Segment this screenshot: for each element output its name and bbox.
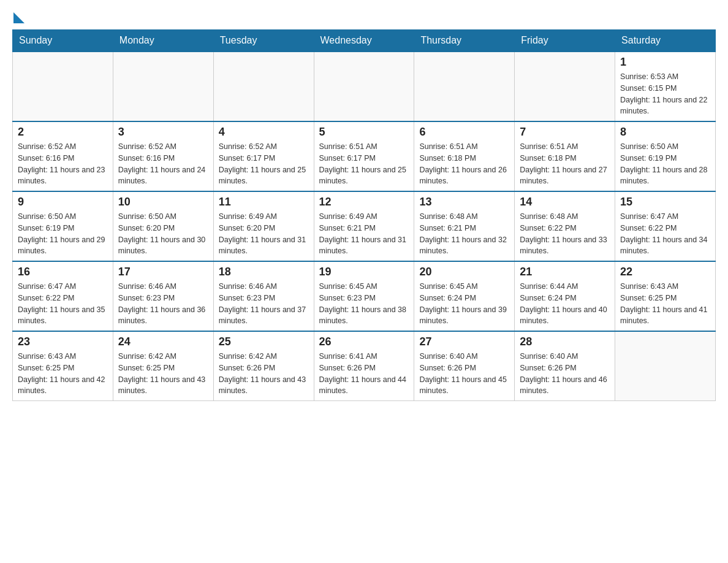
page-header bbox=[12, 12, 716, 23]
header-thursday: Thursday bbox=[414, 30, 515, 52]
calendar-week-1: 2Sunrise: 6:52 AMSunset: 6:16 PMDaylight… bbox=[13, 121, 716, 191]
day-number: 26 bbox=[319, 335, 409, 348]
day-number: 10 bbox=[118, 196, 208, 209]
day-number: 18 bbox=[219, 266, 309, 278]
day-info: Sunrise: 6:45 AMSunset: 6:23 PMDaylight:… bbox=[319, 281, 409, 327]
day-info: Sunrise: 6:51 AMSunset: 6:18 PMDaylight:… bbox=[520, 141, 610, 187]
calendar-cell: 13Sunrise: 6:48 AMSunset: 6:21 PMDayligh… bbox=[414, 191, 515, 261]
header-saturday: Saturday bbox=[615, 30, 716, 52]
day-info: Sunrise: 6:45 AMSunset: 6:24 PMDaylight:… bbox=[419, 281, 509, 327]
day-info: Sunrise: 6:53 AMSunset: 6:15 PMDaylight:… bbox=[620, 71, 710, 117]
day-number: 23 bbox=[18, 335, 108, 348]
calendar-cell: 5Sunrise: 6:51 AMSunset: 6:17 PMDaylight… bbox=[314, 121, 414, 191]
day-info: Sunrise: 6:40 AMSunset: 6:26 PMDaylight:… bbox=[419, 351, 509, 397]
day-number: 17 bbox=[118, 266, 208, 278]
calendar-cell: 22Sunrise: 6:43 AMSunset: 6:25 PMDayligh… bbox=[615, 261, 716, 331]
day-info: Sunrise: 6:46 AMSunset: 6:23 PMDaylight:… bbox=[118, 281, 208, 327]
day-info: Sunrise: 6:49 AMSunset: 6:20 PMDaylight:… bbox=[219, 211, 309, 257]
calendar-cell: 23Sunrise: 6:43 AMSunset: 6:25 PMDayligh… bbox=[13, 331, 113, 401]
calendar-week-2: 9Sunrise: 6:50 AMSunset: 6:19 PMDaylight… bbox=[13, 191, 716, 261]
day-info: Sunrise: 6:48 AMSunset: 6:22 PMDaylight:… bbox=[520, 211, 610, 257]
day-info: Sunrise: 6:50 AMSunset: 6:19 PMDaylight:… bbox=[620, 141, 710, 187]
day-info: Sunrise: 6:48 AMSunset: 6:21 PMDaylight:… bbox=[419, 211, 509, 257]
day-number: 24 bbox=[118, 335, 208, 348]
header-monday: Monday bbox=[113, 30, 213, 52]
calendar-cell: 19Sunrise: 6:45 AMSunset: 6:23 PMDayligh… bbox=[314, 261, 414, 331]
day-info: Sunrise: 6:51 AMSunset: 6:17 PMDaylight:… bbox=[319, 141, 409, 187]
calendar-cell: 21Sunrise: 6:44 AMSunset: 6:24 PMDayligh… bbox=[515, 261, 615, 331]
day-info: Sunrise: 6:42 AMSunset: 6:26 PMDaylight:… bbox=[219, 351, 309, 397]
calendar-cell bbox=[515, 52, 615, 121]
calendar-week-0: 1Sunrise: 6:53 AMSunset: 6:15 PMDaylight… bbox=[13, 52, 716, 121]
calendar-cell: 20Sunrise: 6:45 AMSunset: 6:24 PMDayligh… bbox=[414, 261, 515, 331]
day-number: 12 bbox=[319, 196, 409, 209]
day-number: 3 bbox=[118, 126, 208, 139]
day-info: Sunrise: 6:49 AMSunset: 6:21 PMDaylight:… bbox=[319, 211, 409, 257]
day-number: 20 bbox=[419, 266, 509, 278]
day-number: 15 bbox=[620, 196, 710, 209]
day-number: 11 bbox=[219, 196, 309, 209]
calendar-cell: 1Sunrise: 6:53 AMSunset: 6:15 PMDaylight… bbox=[615, 52, 716, 121]
calendar-cell: 7Sunrise: 6:51 AMSunset: 6:18 PMDaylight… bbox=[515, 121, 615, 191]
calendar-cell: 16Sunrise: 6:47 AMSunset: 6:22 PMDayligh… bbox=[13, 261, 113, 331]
header-tuesday: Tuesday bbox=[213, 30, 314, 52]
calendar-week-3: 16Sunrise: 6:47 AMSunset: 6:22 PMDayligh… bbox=[13, 261, 716, 331]
calendar-cell: 12Sunrise: 6:49 AMSunset: 6:21 PMDayligh… bbox=[314, 191, 414, 261]
day-info: Sunrise: 6:43 AMSunset: 6:25 PMDaylight:… bbox=[620, 281, 710, 327]
day-info: Sunrise: 6:52 AMSunset: 6:16 PMDaylight:… bbox=[118, 141, 208, 187]
day-number: 14 bbox=[520, 196, 610, 209]
calendar-cell: 2Sunrise: 6:52 AMSunset: 6:16 PMDaylight… bbox=[13, 121, 113, 191]
calendar-cell: 4Sunrise: 6:52 AMSunset: 6:17 PMDaylight… bbox=[213, 121, 314, 191]
calendar-cell: 3Sunrise: 6:52 AMSunset: 6:16 PMDaylight… bbox=[113, 121, 213, 191]
day-info: Sunrise: 6:44 AMSunset: 6:24 PMDaylight:… bbox=[520, 281, 610, 327]
calendar-cell: 28Sunrise: 6:40 AMSunset: 6:26 PMDayligh… bbox=[515, 331, 615, 401]
calendar-cell: 15Sunrise: 6:47 AMSunset: 6:22 PMDayligh… bbox=[615, 191, 716, 261]
svg-marker-0 bbox=[13, 12, 25, 23]
calendar-cell: 24Sunrise: 6:42 AMSunset: 6:25 PMDayligh… bbox=[113, 331, 213, 401]
day-number: 5 bbox=[319, 126, 409, 139]
day-number: 2 bbox=[18, 126, 108, 139]
day-number: 1 bbox=[620, 56, 710, 69]
header-sunday: Sunday bbox=[13, 30, 113, 52]
day-number: 13 bbox=[419, 196, 509, 209]
logo bbox=[12, 12, 25, 23]
calendar-cell bbox=[213, 52, 314, 121]
calendar-cell: 27Sunrise: 6:40 AMSunset: 6:26 PMDayligh… bbox=[414, 331, 515, 401]
logo-arrow-icon bbox=[13, 12, 25, 23]
header-wednesday: Wednesday bbox=[314, 30, 414, 52]
day-number: 16 bbox=[18, 266, 108, 278]
calendar-cell: 14Sunrise: 6:48 AMSunset: 6:22 PMDayligh… bbox=[515, 191, 615, 261]
day-info: Sunrise: 6:47 AMSunset: 6:22 PMDaylight:… bbox=[620, 211, 710, 257]
day-info: Sunrise: 6:51 AMSunset: 6:18 PMDaylight:… bbox=[419, 141, 509, 187]
calendar-cell: 11Sunrise: 6:49 AMSunset: 6:20 PMDayligh… bbox=[213, 191, 314, 261]
calendar-cell bbox=[113, 52, 213, 121]
day-number: 22 bbox=[620, 266, 710, 278]
calendar-cell bbox=[414, 52, 515, 121]
day-info: Sunrise: 6:50 AMSunset: 6:20 PMDaylight:… bbox=[118, 211, 208, 257]
calendar-cell: 17Sunrise: 6:46 AMSunset: 6:23 PMDayligh… bbox=[113, 261, 213, 331]
calendar-cell: 8Sunrise: 6:50 AMSunset: 6:19 PMDaylight… bbox=[615, 121, 716, 191]
calendar-cell: 25Sunrise: 6:42 AMSunset: 6:26 PMDayligh… bbox=[213, 331, 314, 401]
calendar-table: SundayMondayTuesdayWednesdayThursdayFrid… bbox=[12, 29, 716, 401]
day-number: 8 bbox=[620, 126, 710, 139]
day-number: 25 bbox=[219, 335, 309, 348]
day-number: 21 bbox=[520, 266, 610, 278]
calendar-cell: 18Sunrise: 6:46 AMSunset: 6:23 PMDayligh… bbox=[213, 261, 314, 331]
day-info: Sunrise: 6:52 AMSunset: 6:17 PMDaylight:… bbox=[219, 141, 309, 187]
day-info: Sunrise: 6:41 AMSunset: 6:26 PMDaylight:… bbox=[319, 351, 409, 397]
calendar-cell bbox=[13, 52, 113, 121]
day-info: Sunrise: 6:40 AMSunset: 6:26 PMDaylight:… bbox=[520, 351, 610, 397]
day-info: Sunrise: 6:46 AMSunset: 6:23 PMDaylight:… bbox=[219, 281, 309, 327]
calendar-cell bbox=[615, 331, 716, 401]
header-friday: Friday bbox=[515, 30, 615, 52]
calendar-cell: 9Sunrise: 6:50 AMSunset: 6:19 PMDaylight… bbox=[13, 191, 113, 261]
calendar-cell: 26Sunrise: 6:41 AMSunset: 6:26 PMDayligh… bbox=[314, 331, 414, 401]
day-info: Sunrise: 6:47 AMSunset: 6:22 PMDaylight:… bbox=[18, 281, 108, 327]
day-info: Sunrise: 6:50 AMSunset: 6:19 PMDaylight:… bbox=[18, 211, 108, 257]
day-number: 4 bbox=[219, 126, 309, 139]
day-info: Sunrise: 6:43 AMSunset: 6:25 PMDaylight:… bbox=[18, 351, 108, 397]
day-info: Sunrise: 6:42 AMSunset: 6:25 PMDaylight:… bbox=[118, 351, 208, 397]
day-number: 28 bbox=[520, 335, 610, 348]
day-number: 7 bbox=[520, 126, 610, 139]
day-info: Sunrise: 6:52 AMSunset: 6:16 PMDaylight:… bbox=[18, 141, 108, 187]
